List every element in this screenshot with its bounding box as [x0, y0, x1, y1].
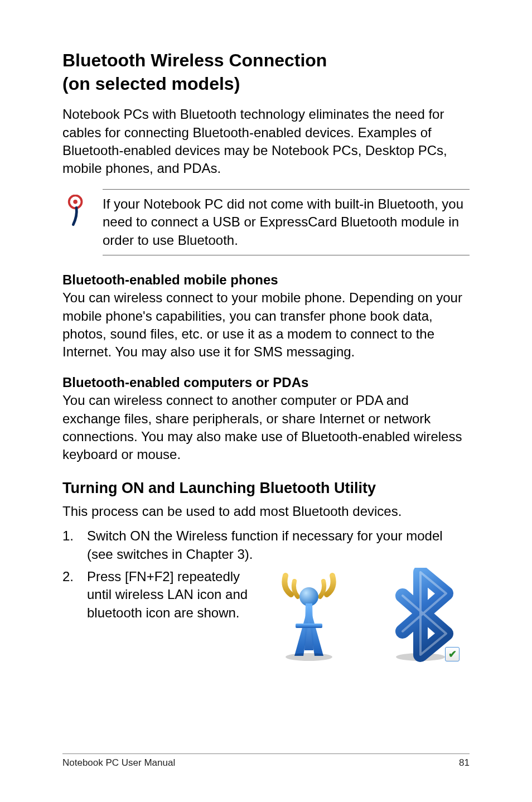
section-mobile-phones: Bluetooth-enabled mobile phones You can … [62, 271, 470, 361]
section2-body: You can wireless connect to another comp… [62, 393, 462, 462]
step-1: 1. Switch ON the Wireless function if ne… [62, 527, 470, 563]
step-1-number: 1. [62, 527, 87, 563]
section1-body: You can wireless connect to your mobile … [62, 290, 462, 359]
subintro: This process can be used to add most Blu… [62, 503, 470, 520]
note-callout: If your Notebook PC did not come with bu… [62, 189, 470, 255]
section2-title: Bluetooth-enabled computers or PDAs [62, 375, 308, 390]
svg-rect-3 [296, 624, 322, 628]
page-footer: Notebook PC User Manual 81 [62, 753, 470, 769]
section-computers-pdas: Bluetooth-enabled computers or PDAs You … [62, 374, 470, 464]
wifi-antenna-icon [264, 568, 354, 663]
step-1-text: Switch ON the Wireless function if neces… [87, 527, 470, 563]
footer-page-number: 81 [459, 757, 470, 769]
subheading: Turning ON and Launching Bluetooth Utili… [62, 480, 470, 497]
svg-point-1 [73, 200, 78, 204]
step-2: 2. Press [FN+F2] repeatedly until wirele… [62, 568, 470, 663]
steps-list: 1. Switch ON the Wireless function if ne… [62, 527, 470, 663]
pin-icon [62, 189, 103, 255]
step-2-icons: ✔ [260, 568, 470, 663]
heading-line2: (on selected models) [62, 74, 240, 94]
checkmark: ✔ [448, 649, 457, 659]
bluetooth-icon: ✔ [376, 568, 465, 663]
footer-left: Notebook PC User Manual [62, 757, 175, 769]
checkmark-badge-icon: ✔ [445, 647, 460, 661]
svg-point-2 [299, 587, 318, 606]
step-2-number: 2. [62, 568, 87, 663]
intro-paragraph: Notebook PCs with Bluetooth technology e… [62, 105, 470, 178]
note-text: If your Notebook PC did not come with bu… [103, 189, 470, 255]
svg-point-4 [286, 653, 332, 661]
section1-title: Bluetooth-enabled mobile phones [62, 272, 278, 287]
page-title: Bluetooth Wireless Connection (on select… [62, 49, 470, 95]
step-2-text: Press [FN+F2] repeatedly until wireless … [87, 568, 260, 663]
heading-line1: Bluetooth Wireless Connection [62, 50, 327, 70]
